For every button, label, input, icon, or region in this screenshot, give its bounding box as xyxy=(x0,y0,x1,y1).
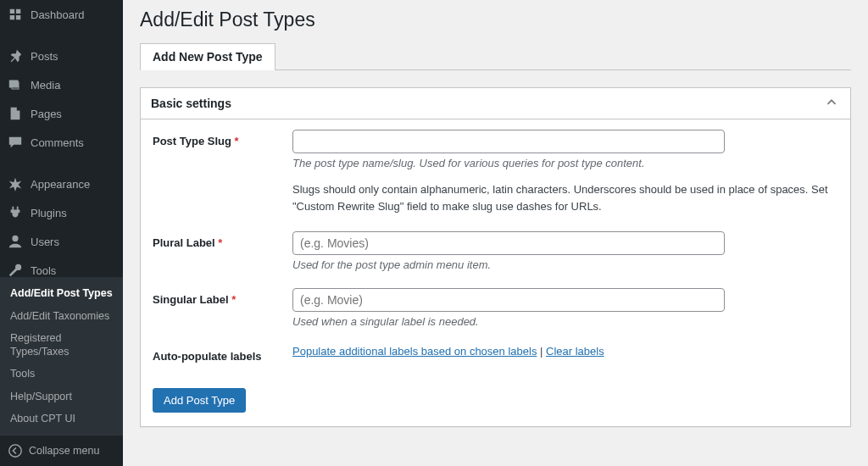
field-post-type-slug: The post type name/slug. Used for variou… xyxy=(292,130,838,214)
singular-description: Used when a singular label is needed. xyxy=(292,315,838,328)
sidebar-item-users[interactable]: Users xyxy=(0,227,123,256)
sidebar-item-comments[interactable]: Comments xyxy=(0,128,123,157)
field-singular: Used when a singular label is needed. xyxy=(292,288,838,328)
submenu-item-about-cpt-ui[interactable]: About CPT UI xyxy=(0,408,123,430)
slug-description: The post type name/slug. Used for variou… xyxy=(292,157,838,169)
sidebar-item-pages[interactable]: Pages xyxy=(0,99,123,128)
row-plural-label: Plural Label * Used for the post type ad… xyxy=(153,231,838,271)
sidebar-item-label: Pages xyxy=(31,108,62,120)
singular-label-input[interactable] xyxy=(292,288,725,312)
tab-add-new-post-type[interactable]: Add New Post Type xyxy=(140,43,275,70)
panel-title: Basic settings xyxy=(151,97,231,110)
label-text: Singular Label xyxy=(153,293,229,306)
required-indicator: * xyxy=(235,135,239,147)
sidebar-submenu: Add/Edit Post Types Add/Edit Taxonomies … xyxy=(0,277,123,435)
sidebar-item-tools[interactable]: Tools xyxy=(0,256,123,277)
link-separator: | xyxy=(537,345,546,358)
submenu-item-help-support[interactable]: Help/Support xyxy=(0,386,123,408)
submenu-item-add-edit-taxonomies[interactable]: Add/Edit Taxonomies xyxy=(0,305,123,327)
sidebar-item-label: Users xyxy=(31,236,59,248)
field-auto-populate: Populate additional labels based on chos… xyxy=(292,345,838,363)
collapse-menu-button[interactable]: Collapse menu xyxy=(0,435,123,466)
sidebar-item-label: Media xyxy=(31,79,60,92)
panel-header: Basic settings xyxy=(141,88,850,119)
pages-icon xyxy=(7,105,24,122)
tools-icon xyxy=(7,262,24,277)
add-post-type-button[interactable]: Add Post Type xyxy=(153,388,246,413)
field-plural: Used for the post type admin menu item. xyxy=(292,231,838,271)
row-singular-label: Singular Label * Used when a singular la… xyxy=(153,288,838,328)
sidebar-menu: Dashboard Posts Media Pages Comments App… xyxy=(0,0,123,277)
collapse-menu-label: Collapse menu xyxy=(29,445,99,457)
media-icon xyxy=(7,76,24,93)
appearance-icon xyxy=(7,175,24,192)
dashboard-icon xyxy=(7,6,24,23)
tab-bar: Add New Post Type xyxy=(140,43,851,70)
label-plural: Plural Label * xyxy=(153,231,292,271)
sidebar-separator xyxy=(0,33,123,37)
basic-settings-panel: Basic settings Post Type Slug * The post… xyxy=(140,87,851,427)
sidebar-item-label: Dashboard xyxy=(31,8,85,21)
sidebar-item-label: Plugins xyxy=(31,207,67,219)
plural-label-input[interactable] xyxy=(292,231,725,255)
sidebar-item-label: Appearance xyxy=(31,178,90,191)
populate-labels-link[interactable]: Populate additional labels based on chos… xyxy=(292,345,537,358)
post-type-slug-input[interactable] xyxy=(292,130,725,153)
submenu-item-add-edit-post-types[interactable]: Add/Edit Post Types xyxy=(0,282,123,304)
sidebar-item-plugins[interactable]: Plugins xyxy=(0,198,123,227)
plural-description: Used for the post type admin menu item. xyxy=(292,258,838,271)
sidebar-item-media[interactable]: Media xyxy=(0,70,123,99)
label-auto-populate: Auto-populate labels xyxy=(153,345,292,363)
plugins-icon xyxy=(7,204,24,221)
chevron-up-icon xyxy=(824,95,839,113)
label-post-type-slug: Post Type Slug * xyxy=(153,130,292,214)
panel-toggle-button[interactable] xyxy=(823,95,840,112)
submenu-item-registered-types-taxes[interactable]: Registered Types/Taxes xyxy=(0,327,123,363)
pin-icon xyxy=(7,47,24,64)
main-content: Add/Edit Post Types Add New Post Type Ba… xyxy=(123,0,868,466)
users-icon xyxy=(7,233,24,250)
clear-labels-link[interactable]: Clear labels xyxy=(546,345,604,358)
label-singular: Singular Label * xyxy=(153,288,292,328)
sidebar-item-label: Comments xyxy=(31,136,84,149)
label-text: Auto-populate labels xyxy=(153,350,262,363)
comments-icon xyxy=(7,134,24,151)
sidebar-item-appearance[interactable]: Appearance xyxy=(0,169,123,198)
sidebar-item-label: Tools xyxy=(31,264,56,277)
label-text: Post Type Slug xyxy=(153,135,231,147)
panel-body: Post Type Slug * The post type name/slug… xyxy=(141,119,850,426)
svg-point-6 xyxy=(9,445,21,457)
sidebar-item-label: Posts xyxy=(31,50,58,63)
submenu-item-tools[interactable]: Tools xyxy=(0,363,123,385)
sidebar-item-posts[interactable]: Posts xyxy=(0,42,123,70)
row-post-type-slug: Post Type Slug * The post type name/slug… xyxy=(153,130,838,214)
row-auto-populate: Auto-populate labels Populate additional… xyxy=(153,345,838,363)
slug-help-text: Slugs should only contain alphanumeric, … xyxy=(292,181,838,214)
required-indicator: * xyxy=(218,236,222,249)
admin-sidebar: Dashboard Posts Media Pages Comments App… xyxy=(0,0,123,466)
collapse-icon xyxy=(7,442,24,459)
required-indicator: * xyxy=(231,293,236,306)
label-text: Plural Label xyxy=(153,236,215,249)
sidebar-item-dashboard[interactable]: Dashboard xyxy=(0,0,123,29)
sidebar-separator xyxy=(0,161,123,165)
page-title: Add/Edit Post Types xyxy=(140,8,851,31)
